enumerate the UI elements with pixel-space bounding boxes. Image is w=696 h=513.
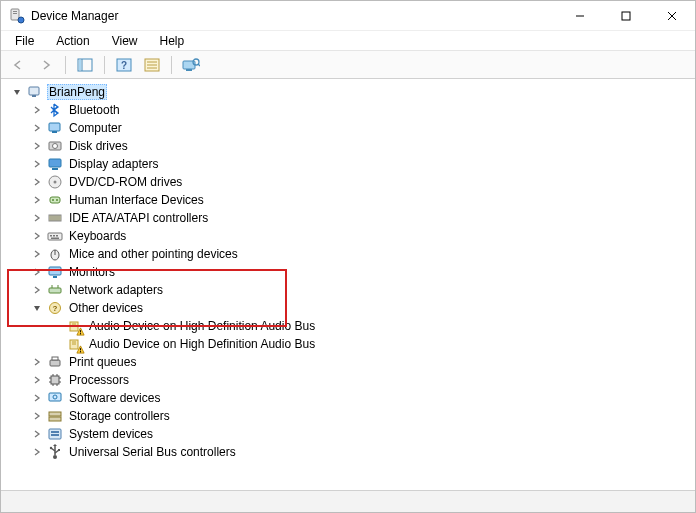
chevron-right-icon[interactable]: [31, 446, 43, 458]
svg-rect-48: [53, 276, 57, 278]
category-monitors[interactable]: Monitors: [31, 263, 695, 281]
menu-file[interactable]: File: [11, 32, 38, 50]
chevron-down-icon[interactable]: [31, 302, 43, 314]
category-dvd[interactable]: DVD/CD-ROM drives: [31, 173, 695, 191]
chevron-right-icon[interactable]: [31, 374, 43, 386]
chevron-right-icon[interactable]: [31, 230, 43, 242]
device-audio1[interactable]: Audio Device on High Definition Audio Bu…: [51, 317, 695, 335]
close-button[interactable]: [649, 1, 695, 31]
svg-rect-43: [56, 235, 58, 237]
category-label: IDE ATA/ATAPI controllers: [67, 211, 210, 225]
category-display[interactable]: Display adapters: [31, 155, 695, 173]
properties-button[interactable]: [141, 54, 163, 76]
scan-hardware-button[interactable]: [180, 54, 202, 76]
category-label: Print queues: [67, 355, 138, 369]
menu-action[interactable]: Action: [52, 32, 93, 50]
device-label: Audio Device on High Definition Audio Bu…: [87, 319, 317, 333]
svg-rect-2: [13, 13, 17, 14]
svg-rect-47: [49, 267, 61, 275]
category-computer[interactable]: Computer: [31, 119, 695, 137]
chevron-down-icon[interactable]: [11, 86, 23, 98]
forward-button[interactable]: [35, 54, 57, 76]
category-label: Storage controllers: [67, 409, 172, 423]
svg-rect-22: [32, 95, 36, 97]
category-ide[interactable]: IDE ATA/ATAPI controllers: [31, 209, 695, 227]
display-icon: [47, 156, 63, 172]
category-keyboards[interactable]: Keyboards: [31, 227, 695, 245]
svg-point-82: [53, 455, 57, 459]
svg-point-33: [56, 199, 58, 201]
tree-root-label: BrianPeng: [47, 84, 107, 100]
maximize-button[interactable]: [603, 1, 649, 31]
window-title: Device Manager: [31, 9, 557, 23]
titlebar: Device Manager: [1, 1, 695, 31]
app-icon: [9, 8, 25, 24]
chevron-right-icon[interactable]: [31, 194, 43, 206]
category-storage[interactable]: Storage controllers: [31, 407, 695, 425]
chevron-right-icon[interactable]: [31, 140, 43, 152]
chevron-right-icon[interactable]: [31, 248, 43, 260]
hid-icon: [47, 192, 63, 208]
svg-rect-80: [51, 431, 59, 433]
category-software[interactable]: Software devices: [31, 389, 695, 407]
svg-text:?: ?: [53, 304, 58, 313]
back-button[interactable]: [7, 54, 29, 76]
chevron-right-icon[interactable]: [31, 428, 43, 440]
category-diskdrives[interactable]: Disk drives: [31, 137, 695, 155]
menu-view[interactable]: View: [108, 32, 142, 50]
chevron-right-icon[interactable]: [31, 158, 43, 170]
category-bluetooth[interactable]: Bluetooth: [31, 101, 695, 119]
category-other[interactable]: ?Other devices: [31, 299, 695, 317]
svg-point-58: [80, 333, 81, 334]
svg-rect-64: [50, 360, 60, 366]
chevron-right-icon[interactable]: [31, 104, 43, 116]
chevron-right-icon[interactable]: [31, 212, 43, 224]
category-hid[interactable]: Human Interface Devices: [31, 191, 695, 209]
toolbar-separator: [104, 56, 105, 74]
computer-icon: [47, 120, 63, 136]
svg-rect-65: [52, 357, 58, 360]
cpu-icon: [47, 372, 63, 388]
content-area: BrianPeng BluetoothComputerDisk drivesDi…: [1, 79, 695, 490]
keyboard-icon: [47, 228, 63, 244]
show-hide-tree-button[interactable]: [74, 54, 96, 76]
device-audio2[interactable]: Audio Device on High Definition Audio Bu…: [51, 335, 695, 353]
svg-rect-18: [186, 69, 192, 71]
usb-icon: [47, 444, 63, 460]
category-network[interactable]: Network adapters: [31, 281, 695, 299]
category-processors[interactable]: Processors: [31, 371, 695, 389]
category-label: Disk drives: [67, 139, 130, 153]
tree-root-node[interactable]: BrianPeng: [11, 83, 695, 101]
category-system[interactable]: System devices: [31, 425, 695, 443]
svg-rect-87: [58, 449, 60, 451]
svg-rect-1: [13, 11, 17, 12]
menu-help[interactable]: Help: [156, 32, 189, 50]
toolbar-separator: [171, 56, 172, 74]
svg-point-32: [52, 199, 54, 201]
menubar: File Action View Help: [1, 31, 695, 51]
toolbar-separator: [65, 56, 66, 74]
device-label: Audio Device on High Definition Audio Bu…: [87, 337, 317, 351]
svg-rect-78: [49, 417, 61, 421]
category-mice[interactable]: Mice and other pointing devices: [31, 245, 695, 263]
svg-rect-24: [52, 131, 57, 133]
warn-icon: [67, 318, 83, 334]
category-usb[interactable]: Universal Serial Bus controllers: [31, 443, 695, 461]
svg-rect-23: [49, 123, 60, 131]
chevron-right-icon[interactable]: [31, 410, 43, 422]
category-printq[interactable]: Print queues: [31, 353, 695, 371]
chevron-right-icon[interactable]: [31, 266, 43, 278]
category-label: DVD/CD-ROM drives: [67, 175, 184, 189]
dvd-icon: [47, 174, 63, 190]
chevron-right-icon[interactable]: [31, 176, 43, 188]
chevron-right-icon[interactable]: [31, 356, 43, 368]
minimize-button[interactable]: [557, 1, 603, 31]
svg-rect-5: [622, 12, 630, 20]
chevron-right-icon[interactable]: [31, 392, 43, 404]
help-button[interactable]: ?: [113, 54, 135, 76]
svg-rect-31: [50, 197, 60, 203]
svg-point-86: [50, 447, 52, 449]
chevron-right-icon[interactable]: [31, 122, 43, 134]
category-label: Universal Serial Bus controllers: [67, 445, 238, 459]
chevron-right-icon[interactable]: [31, 284, 43, 296]
